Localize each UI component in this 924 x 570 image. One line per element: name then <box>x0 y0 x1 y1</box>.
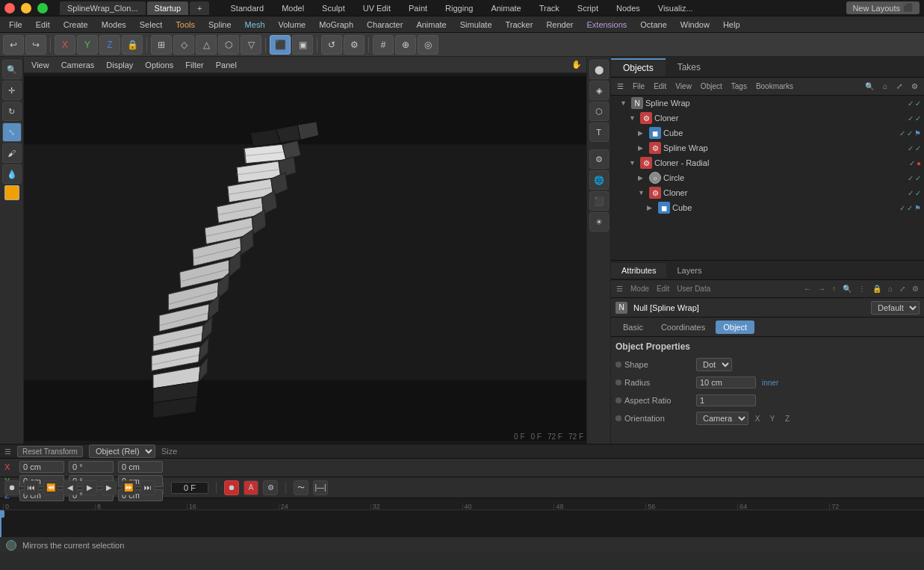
snap-btn[interactable]: ⊕ <box>395 35 416 55</box>
attr-basic-tab[interactable]: Basic <box>616 320 651 334</box>
ri-btn-7[interactable]: ⬛ <box>589 191 609 211</box>
menu-standard[interactable]: Standard <box>227 2 267 14</box>
attr-search[interactable]: 🔍 <box>840 284 854 294</box>
attr-forward[interactable]: → <box>816 284 828 294</box>
expand-arrow-circle[interactable]: ▶ <box>638 174 647 182</box>
menu-character[interactable]: Character <box>361 19 409 31</box>
ot-hamburger[interactable]: ☰ <box>614 81 627 92</box>
rotate-obj-btn[interactable]: △ <box>196 35 217 55</box>
ot-view[interactable]: View <box>672 81 695 92</box>
expand-arrow-radial[interactable]: ▼ <box>629 159 638 167</box>
reset-transform-btn[interactable]: Reset Transform <box>17 446 83 457</box>
settings-btn[interactable]: ⚙ <box>344 35 365 55</box>
expand-arrow-cube1[interactable]: ▶ <box>638 129 647 137</box>
ri-btn-5[interactable]: ⚙ <box>589 149 609 169</box>
menu-tracker[interactable]: Tracker <box>500 19 539 31</box>
scale-obj-btn[interactable]: ⬡ <box>218 35 239 55</box>
expand-arrow-cloner2[interactable]: ▼ <box>638 189 647 196</box>
scale-btn[interactable]: ⤡ <box>2 123 22 142</box>
tl-play-btn[interactable]: ▶ <box>82 480 97 495</box>
render-circle-btn[interactable]: ◎ <box>418 35 438 55</box>
tree-item-cube1[interactable]: ▶ ◼ Cube ✓ ✓ ⚑ <box>611 126 924 140</box>
tl-step-fwd-btn[interactable]: ▶ <box>102 480 117 495</box>
rotate-btn[interactable]: ↻ <box>2 102 22 121</box>
ri-btn-2[interactable]: ◈ <box>589 81 609 100</box>
menu-animate[interactable]: Animate <box>488 2 524 14</box>
ot-edit[interactable]: Edit <box>651 81 669 92</box>
menu-uvedit[interactable]: UV Edit <box>360 2 394 14</box>
rect-select-btn[interactable]: ▣ <box>292 35 313 55</box>
ot-bookmarks[interactable]: Bookmarks <box>753 81 796 92</box>
menu-octane[interactable]: Octane <box>634 19 672 31</box>
menu-mesh[interactable]: Mesh <box>239 19 271 31</box>
tree-item-cloner-radial[interactable]: ▼ ⚙ Cloner - Radial ✓ ● <box>611 155 924 170</box>
eyedrop-btn[interactable]: 💧 <box>2 164 22 184</box>
attr-lock[interactable]: 🔒 <box>870 284 884 294</box>
viewport-canvas[interactable]: 0 F 0 F 72 F 72 F <box>24 73 586 444</box>
prop-input-radius[interactable] <box>696 377 756 388</box>
attr-dots[interactable]: ⋮ <box>856 284 868 294</box>
expand-arrow-cube2[interactable]: ▶ <box>647 204 656 211</box>
tl-record-btn[interactable]: ⏺ <box>4 480 19 495</box>
tree-item-cloner1[interactable]: ▼ ⚙ Cloner ✓ ✓ <box>611 111 924 126</box>
obj-mode-btn[interactable]: ◇ <box>173 35 194 55</box>
expand-arrow-sw2[interactable]: ▶ <box>638 144 647 152</box>
attr-up[interactable]: ↑ <box>830 284 838 294</box>
tl-end-btn[interactable]: ⏭ <box>140 480 155 495</box>
menu-rigging[interactable]: Rigging <box>442 2 476 14</box>
attr-tab-attributes[interactable]: Attributes <box>611 263 666 278</box>
vt-panel[interactable]: Panel <box>213 59 240 71</box>
menu-visualiz[interactable]: Visualiz... <box>655 2 696 14</box>
menu-help[interactable]: Help <box>717 19 746 31</box>
attr-edit[interactable]: Edit <box>654 284 672 294</box>
tree-item-splinewrap-root[interactable]: ▼ N Spline Wrap ✓ ✓ <box>611 96 924 111</box>
move-btn[interactable]: ✛ <box>2 81 22 100</box>
transform-mode-select[interactable]: Object (Rel) <box>89 444 155 458</box>
objects-tab[interactable]: Objects <box>611 58 666 76</box>
attr-mode[interactable]: Mode <box>628 284 651 294</box>
tl-step-back-btn[interactable]: ◀ <box>63 480 78 495</box>
menu-select[interactable]: Select <box>134 19 169 31</box>
tl-range-btn[interactable]: |—| <box>313 480 328 495</box>
attr-user-data[interactable]: User Data <box>675 284 713 294</box>
menu-animate[interactable]: Animate <box>410 19 452 31</box>
menu-track[interactable]: Track <box>536 2 562 14</box>
vt-filter[interactable]: Filter <box>182 59 206 71</box>
menu-file[interactable]: File <box>3 19 28 31</box>
menu-tools[interactable]: Tools <box>170 19 201 31</box>
attr-tab-layers[interactable]: Layers <box>666 263 712 278</box>
ot-file[interactable]: File <box>630 81 648 92</box>
color-swatch[interactable] <box>4 185 19 200</box>
tree-item-circle[interactable]: ▶ ○ Circle ✓ ✓ <box>611 170 924 185</box>
expand-arrow-splinewrap[interactable]: ▼ <box>620 99 629 107</box>
ri-btn-6[interactable]: 🌐 <box>589 170 609 190</box>
move-obj-btn[interactable]: ⊞ <box>151 35 172 55</box>
tl-next-frame-btn[interactable]: ⏩ <box>121 480 136 495</box>
menu-window[interactable]: Window <box>675 19 716 31</box>
attr-object-tab[interactable]: Object <box>716 320 754 334</box>
refresh-btn[interactable]: ↺ <box>321 35 342 55</box>
ot-search[interactable]: 🔍 <box>862 81 877 92</box>
snap-grid-btn[interactable]: # <box>373 35 394 55</box>
menu-extensions[interactable]: Extensions <box>580 19 633 31</box>
tl-rec-btn[interactable]: ⏺ <box>224 480 239 495</box>
menu-sculpt[interactable]: Sculpt <box>319 2 348 14</box>
x-scale-input[interactable] <box>118 461 163 473</box>
minimize-btn[interactable] <box>21 3 31 13</box>
vt-cameras[interactable]: Cameras <box>58 59 98 71</box>
prop-input-aspect[interactable] <box>696 394 756 406</box>
menu-paint[interactable]: Paint <box>406 2 430 14</box>
ot-tags[interactable]: Tags <box>728 81 750 92</box>
navigate-btn[interactable]: 🔍 <box>2 60 22 79</box>
attr-home[interactable]: ⌂ <box>886 284 895 294</box>
prop-select-orientation[interactable]: Camera <box>696 412 748 425</box>
ri-btn-4[interactable]: T <box>589 123 609 142</box>
menu-model[interactable]: Model <box>279 2 307 14</box>
tl-curve-btn[interactable]: 〜 <box>294 480 308 495</box>
menu-spline[interactable]: Spline <box>202 19 238 31</box>
poly-mode-btn[interactable]: ▽ <box>241 35 261 55</box>
attr-coordinates-tab[interactable]: Coordinates <box>654 320 713 334</box>
ri-btn-1[interactable]: ⬤ <box>589 60 609 79</box>
expand-arrow-cloner1[interactable]: ▼ <box>629 114 638 122</box>
ot-object[interactable]: Object <box>698 81 725 92</box>
